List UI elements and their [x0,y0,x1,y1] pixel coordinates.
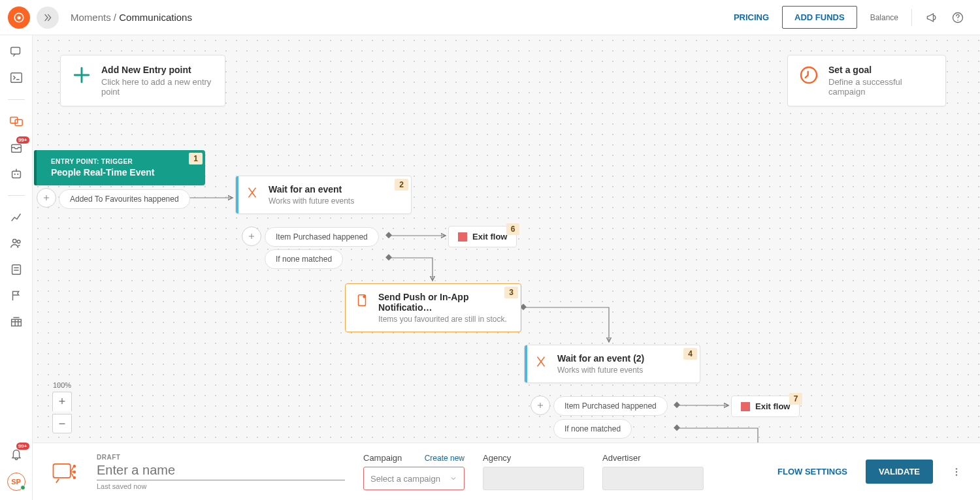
condition-pill-purchased[interactable]: Item Purchased happened [553,396,668,416]
divider [911,9,912,26]
node-exit-2[interactable]: Exit flow 7 [731,396,800,417]
push-icon [355,293,369,307]
sidebar-item-analytics[interactable] [9,210,24,225]
node-title: People Real-Time Event [51,167,195,178]
agency-input [483,467,584,490]
svg-point-3 [957,20,958,21]
svg-point-11 [17,174,18,175]
node-number: 6 [506,223,520,235]
zoom-controls: 100% + − [52,381,72,433]
add-branch-button[interactable] [531,396,550,415]
sidebar-item-notifications[interactable]: 99+ [9,446,24,461]
svg-rect-18 [385,254,392,260]
node-title: Exit flow [755,401,790,411]
bottombar: DRAFT Last saved now Campaign Create new… [33,443,980,500]
add-branch-button[interactable] [37,188,56,208]
set-goal-card[interactable]: Set a goal Define a successful campaign [787,55,946,106]
svg-rect-6 [10,117,17,123]
sidebar-item-people[interactable] [9,236,24,251]
svg-point-24 [363,295,366,298]
breadcrumb-parent[interactable]: Moments [71,12,111,23]
add-entry-point-card[interactable]: Add New Entry point Click here to add a … [60,55,225,106]
svg-point-30 [956,471,957,472]
condition-pill-purchased[interactable]: Item Purchased happened [265,227,379,247]
node-title: Wait for an event (2) [557,353,689,364]
chevron-double-right-icon [42,12,53,23]
node-subtitle: Items you favourited are still in stock. [378,315,510,324]
svg-rect-7 [15,119,22,125]
svg-point-31 [956,474,957,475]
badge: 99+ [16,443,29,450]
svg-rect-9 [12,171,20,178]
sidebar-item-conversations[interactable] [9,44,24,59]
sidebar-item-moments[interactable] [9,114,24,129]
presence-dot [20,485,25,490]
help-icon[interactable] [951,11,964,24]
sidebar-item-inbox[interactable]: 99+ [9,140,24,155]
node-exit-1[interactable]: Exit flow 6 [448,226,517,247]
announcement-icon[interactable] [925,11,938,24]
advertiser-input [602,467,704,490]
node-title: Exit flow [472,232,507,242]
node-push-notification[interactable]: 3 Send Push or In-App Notificatio… Items… [345,283,521,332]
sidebar-item-bot[interactable] [9,166,24,181]
add-branch-button[interactable] [242,227,261,246]
svg-rect-5 [10,73,22,83]
wait-icon [534,354,548,369]
svg-point-10 [14,174,15,175]
sidebar-item-flag[interactable] [9,289,24,303]
condition-pill-none[interactable]: If none matched [265,249,343,269]
node-title: Wait for an event [269,184,400,195]
sidebar-item-grid[interactable] [9,315,24,329]
chevron-down-icon [449,475,457,482]
more-menu-button[interactable] [951,466,962,478]
wait-icon [245,185,259,200]
svg-rect-14 [12,265,20,275]
field-label: Agency [483,453,584,463]
target-icon [13,12,25,23]
pricing-link[interactable]: PRICING [734,12,769,22]
zoom-level: 100% [53,381,71,389]
svg-point-22 [801,67,817,83]
flow-icon [51,458,78,486]
badge: 99+ [16,136,29,144]
zoom-in-button[interactable]: + [52,392,72,411]
expand-sidebar-button[interactable] [37,7,59,29]
campaign-select[interactable]: Select a campaign [363,467,465,490]
user-avatar[interactable]: SP [7,473,25,491]
node-wait-1[interactable]: 2 Wait for an event Works with future ev… [235,176,412,214]
card-subtitle: Click here to add a new entry point [101,77,214,97]
card-title: Set a goal [828,65,935,75]
flow-name-input[interactable] [97,461,345,480]
sidebar-item-docs[interactable] [9,262,24,277]
node-label: ENTRY POINT: TRIGGER [51,158,195,165]
condition-pill-favourites[interactable]: Added To Favourites happened [59,189,190,209]
advertiser-field: Advertiser [602,453,704,490]
campaign-field: Campaign Create new Select a campaign [363,453,465,490]
node-wait-2[interactable]: 4 Wait for an event (2) Works with futur… [524,345,700,383]
create-new-link[interactable]: Create new [425,454,465,463]
breadcrumb-current: Communications [119,12,192,23]
flow-canvas[interactable]: Add New Entry point Click here to add a … [33,35,980,443]
add-funds-button[interactable]: ADD FUNDS [782,6,857,29]
svg-rect-25 [54,463,71,477]
flow-settings-link[interactable]: FLOW SETTINGS [777,467,847,477]
field-label: Advertiser [602,453,704,463]
zoom-out-button[interactable]: − [52,414,72,433]
breadcrumb: Moments / Communications [71,12,192,23]
card-subtitle: Define a successful campaign [828,77,935,97]
brand-logo[interactable] [8,7,30,29]
svg-point-13 [17,240,20,243]
sidebar-item-terminal[interactable] [9,70,24,85]
last-saved-label: Last saved now [97,482,345,490]
validate-button[interactable]: VALIDATE [866,460,933,484]
svg-rect-21 [674,424,680,431]
node-trigger[interactable]: 1 ENTRY POINT: TRIGGER People Real-Time … [34,150,205,185]
exit-icon [458,232,467,242]
goal-icon [798,65,819,86]
condition-pill-none[interactable]: If none matched [553,419,632,439]
plus-icon [71,65,92,86]
svg-point-29 [956,468,957,469]
svg-rect-17 [385,232,392,238]
node-subtitle: Works with future events [269,196,400,206]
